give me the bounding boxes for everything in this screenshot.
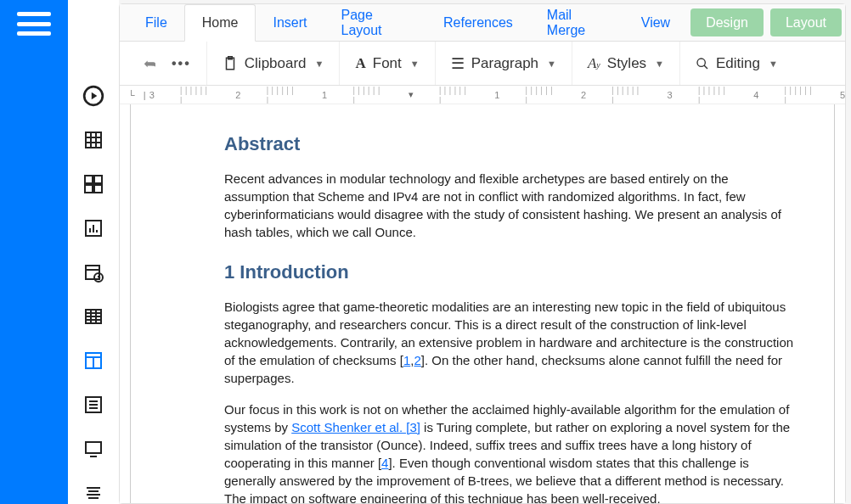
editing-button[interactable]: Editing ▼ [696,55,778,72]
chart-icon[interactable] [82,217,104,239]
svg-rect-32 [86,442,101,453]
ribbon: ➦ ••• Clipboard ▼ A Font ▼ ☰ [120,42,845,86]
ruler[interactable]: └ | 3 | | | | | | | 2 | | | | | | | 1 | … [120,86,845,104]
svg-rect-1 [86,132,101,148]
abstract-heading: Abstract [224,132,796,158]
styles-icon: Ay [588,55,600,72]
calendar-clock-icon[interactable] [82,261,104,283]
svg-rect-8 [85,185,93,193]
list-icon[interactable] [82,394,104,416]
font-button[interactable]: A Font ▼ [355,55,419,72]
main-panel: File Home Insert Page Layout References … [119,3,846,504]
chevron-down-icon: ▼ [655,59,664,69]
clipboard-button[interactable]: Clipboard ▼ [223,55,324,72]
tab-layout[interactable]: Layout [770,8,842,36]
intro-p2: Our focus in this work is not on whether… [224,400,796,503]
tab-bar: File Home Insert Page Layout References … [120,4,845,42]
citation-link-shenker[interactable]: Scott Shenker et al. [3] [291,420,420,434]
monitor-icon[interactable] [82,438,104,460]
ruler-num: 1 [322,90,327,100]
tab-home[interactable]: Home [184,4,256,42]
more-icon[interactable]: ••• [172,56,191,71]
undo-icon[interactable]: ➦ [144,54,156,73]
abstract-body: Recent advances in modular technology an… [224,170,796,241]
intro-p1: Biologists agree that game-theoretic mod… [224,298,796,387]
clipboard-label: Clipboard [245,55,307,72]
chevron-down-icon: ▼ [410,59,420,69]
paragraph-icon: ☰ [451,54,465,73]
document-page[interactable]: Abstract Recent advances in modular tech… [130,104,835,503]
ruler-num: 1 [494,90,499,100]
paragraph-button[interactable]: ☰ Paragraph ▼ [451,54,556,73]
tab-design[interactable]: Design [690,8,764,36]
ruler-num: 3 [668,90,673,100]
chevron-down-icon: ▼ [769,59,778,69]
tab-insert[interactable]: Insert [256,4,324,41]
styles-label: Styles [607,55,646,72]
intro-heading: 1 Introduction [224,260,796,286]
hamburger-menu[interactable] [0,0,68,504]
ruler-num: 5 [840,90,845,100]
page-area[interactable]: Abstract Recent advances in modular tech… [120,104,845,503]
svg-rect-7 [94,176,102,183]
document-icon[interactable] [82,350,104,372]
svg-rect-9 [94,185,102,193]
play-icon[interactable] [82,85,104,107]
chevron-down-icon: ▼ [547,59,556,69]
layers-icon[interactable] [82,482,104,504]
ruler-num: 3 [149,90,155,100]
chevron-down-icon: ▼ [315,59,324,69]
table-icon[interactable] [82,305,104,328]
svg-line-18 [99,277,100,278]
font-icon: A [355,55,365,72]
svg-line-41 [704,65,707,69]
tab-view[interactable]: View [624,4,687,41]
ruler-num: 2 [581,90,586,100]
tab-mail-merge[interactable]: Mail Merge [530,4,624,41]
search-icon [696,57,709,70]
sidebar [68,0,119,504]
styles-button[interactable]: Ay Styles ▼ [588,55,664,72]
clipboard-icon [223,55,238,72]
paragraph-label: Paragraph [471,55,538,72]
panels-icon[interactable] [82,173,104,195]
ruler-num: 2 [235,90,240,100]
svg-rect-6 [85,176,93,183]
hamburger-icon [17,12,51,36]
grid-icon[interactable] [82,129,104,151]
font-label: Font [373,55,402,72]
editing-label: Editing [716,55,760,72]
svg-point-40 [697,59,705,66]
tab-references[interactable]: References [426,4,530,41]
svg-rect-14 [86,266,99,279]
ruler-num: 4 [753,90,758,100]
citation-link-2[interactable]: 2 [414,353,420,367]
tab-file[interactable]: File [128,4,184,41]
tab-page-layout[interactable]: Page Layout [324,4,426,41]
